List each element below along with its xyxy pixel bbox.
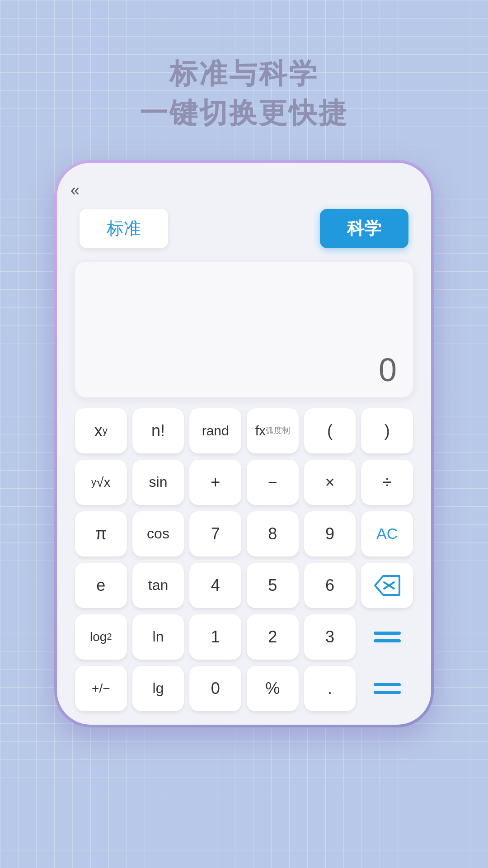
tab-standard[interactable]: 标准 bbox=[80, 209, 168, 248]
key-plus-minus[interactable]: +/− bbox=[75, 666, 127, 711]
key-ln[interactable]: ln bbox=[132, 614, 184, 660]
key-row-4: e tan 4 5 6 bbox=[75, 563, 413, 608]
back-arrow[interactable]: « bbox=[70, 181, 418, 200]
key-1[interactable]: 1 bbox=[189, 614, 241, 660]
phone-frame: « 标准 科学 0 xy n! rand fx 弧度制 ( ) bbox=[54, 160, 434, 727]
phone-inner: « 标准 科学 0 xy n! rand fx 弧度制 ( ) bbox=[57, 163, 431, 725]
key-clear[interactable]: AC bbox=[361, 511, 413, 557]
keypad: xy n! rand fx 弧度制 ( ) y√x sin + − × ÷ bbox=[70, 408, 418, 711]
key-factorial[interactable]: n! bbox=[132, 408, 184, 453]
key-left-paren[interactable]: ( bbox=[304, 408, 356, 453]
key-8[interactable]: 8 bbox=[247, 511, 299, 557]
key-3[interactable]: 3 bbox=[304, 614, 356, 660]
equals-icon bbox=[374, 632, 401, 642]
headline-line1: 标准与科学 bbox=[140, 54, 348, 94]
display-area: 0 bbox=[75, 262, 413, 397]
key-4[interactable]: 4 bbox=[189, 563, 241, 608]
key-2[interactable]: 2 bbox=[247, 614, 299, 660]
key-equals[interactable] bbox=[361, 614, 413, 660]
key-right-paren[interactable]: ) bbox=[361, 408, 413, 453]
key-plus[interactable]: + bbox=[189, 460, 241, 505]
key-divide[interactable]: ÷ bbox=[361, 460, 413, 505]
display-value: 0 bbox=[379, 351, 397, 388]
key-cos[interactable]: cos bbox=[132, 511, 184, 557]
key-pi[interactable]: π bbox=[75, 511, 127, 557]
key-backspace[interactable] bbox=[361, 563, 413, 608]
key-euler[interactable]: e bbox=[75, 563, 127, 608]
key-9[interactable]: 9 bbox=[304, 511, 356, 557]
key-lg[interactable]: lg bbox=[132, 666, 184, 711]
equals-bottom-icon bbox=[374, 683, 401, 694]
key-percent[interactable]: % bbox=[247, 666, 299, 711]
key-power[interactable]: xy bbox=[75, 408, 127, 453]
key-row-1: xy n! rand fx 弧度制 ( ) bbox=[75, 408, 413, 453]
key-row-2: y√x sin + − × ÷ bbox=[75, 460, 413, 505]
key-7[interactable]: 7 bbox=[189, 511, 241, 557]
headline-line2: 一键切换更快捷 bbox=[140, 94, 348, 133]
key-log2[interactable]: log2 bbox=[75, 614, 127, 660]
key-dot[interactable]: . bbox=[304, 666, 356, 711]
key-6[interactable]: 6 bbox=[304, 563, 356, 608]
key-sin[interactable]: sin bbox=[132, 460, 184, 505]
key-row-3: π cos 7 8 9 AC bbox=[75, 511, 413, 557]
key-5[interactable]: 5 bbox=[247, 563, 299, 608]
key-fx-radian[interactable]: fx 弧度制 bbox=[247, 408, 299, 453]
key-random[interactable]: rand bbox=[189, 408, 241, 453]
key-equals-bottom[interactable] bbox=[361, 666, 413, 711]
key-0[interactable]: 0 bbox=[189, 666, 241, 711]
key-row-5: log2 ln 1 2 3 bbox=[75, 614, 413, 660]
headline: 标准与科学 一键切换更快捷 bbox=[140, 54, 348, 133]
mode-tabs: 标准 科学 bbox=[70, 209, 418, 248]
tab-science[interactable]: 科学 bbox=[320, 209, 408, 248]
backspace-icon bbox=[374, 575, 400, 596]
key-nth-root[interactable]: y√x bbox=[75, 460, 127, 505]
key-minus[interactable]: − bbox=[247, 460, 299, 505]
key-multiply[interactable]: × bbox=[304, 460, 356, 505]
key-tan[interactable]: tan bbox=[132, 563, 184, 608]
key-row-6: +/− lg 0 % . bbox=[75, 666, 413, 711]
